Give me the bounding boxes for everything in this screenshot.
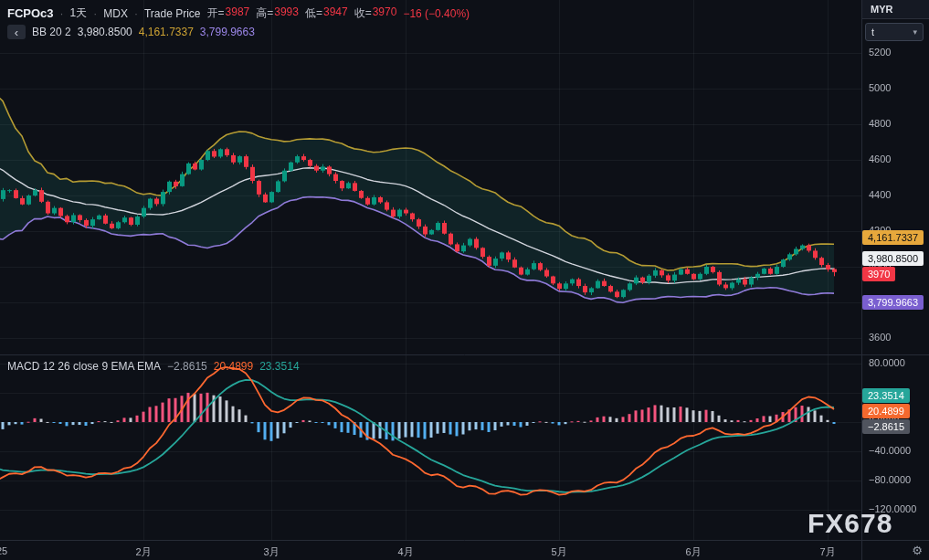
last-price-badge: 3970 [862, 267, 895, 281]
time-label-2月: 2月 [135, 545, 151, 559]
series-type-label: Trade Price [144, 7, 201, 20]
bb-basis-badge: 3,980.8500 [862, 251, 924, 266]
back-button[interactable]: ‹ [7, 25, 26, 39]
time-label-4月: 4月 [397, 545, 413, 559]
price-tick-4400: 4400 [869, 189, 891, 200]
macd-signal-value: 23.3514 [259, 360, 299, 373]
macd-line-badge: 20.4899 [862, 404, 910, 418]
separator-dot: · [60, 7, 64, 20]
unit-dropdown[interactable]: t ▾ [865, 23, 924, 41]
unit-value: t [871, 26, 874, 37]
interval-label[interactable]: 1天 [70, 5, 88, 21]
price-tick-5000: 5000 [869, 82, 891, 93]
time-label-3月: 3月 [263, 545, 279, 559]
ohlc-close: 收=3970 [354, 5, 397, 21]
price-tick-4800: 4800 [869, 118, 891, 129]
macd-tick-80: 80.0000 [869, 357, 905, 368]
time-label-7月: 7月 [819, 545, 835, 559]
time-label-5月: 5月 [551, 545, 566, 559]
settings-gear-icon[interactable]: ⚙ [912, 544, 923, 557]
ohlc-high: 高=3993 [256, 5, 299, 21]
chart-canvas[interactable] [0, 0, 929, 560]
ohlc-low: 低=3947 [305, 5, 348, 21]
bb-indicator-title[interactable]: BB 20 2 [32, 26, 71, 38]
symbol-name[interactable]: FCPOc3 [7, 6, 54, 20]
back-arrow-icon: ‹ [15, 26, 18, 38]
trading-chart-app: FCPOc3 · 1天 · MDX · Trade Price 开=3987 高… [0, 0, 929, 560]
bb-basis-value: 3,980.8500 [78, 26, 132, 38]
change-value: −16 (−0.40%) [403, 7, 470, 20]
macd-tick--40: −40.0000 [869, 445, 911, 456]
price-tick-3600: 3600 [869, 332, 891, 343]
exchange-label[interactable]: MDX [103, 7, 128, 20]
symbol-legend-row: FCPOc3 · 1天 · MDX · Trade Price 开=3987 高… [7, 5, 470, 21]
chevron-down-icon: ▾ [913, 27, 917, 37]
currency-label[interactable]: MYR [862, 0, 929, 19]
price-axis[interactable]: MYR t ▾ 52005000480046004400420040003800… [862, 0, 929, 560]
macd-hist-badge: −2.8615 [862, 419, 910, 434]
separator-dot: · [93, 7, 97, 20]
macd-line-value: 20.4899 [214, 360, 253, 373]
bb-upper-value: 4,161.7337 [139, 26, 194, 38]
time-label-2025: 2025 [0, 545, 7, 556]
macd-legend-row: MACD 12 26 close 9 EMA EMA −2.8615 20.48… [7, 360, 300, 373]
bb-legend-row: ‹ BB 20 2 3,980.8500 4,161.7337 3,799.96… [7, 25, 255, 39]
macd-hist-value: −2.8615 [167, 360, 207, 373]
ohlc-open: 开=3987 [207, 5, 250, 21]
bb-lower-badge: 3,799.9663 [862, 295, 924, 310]
time-label-6月: 6月 [685, 545, 701, 559]
separator-dot: · [134, 7, 138, 20]
price-tick-5200: 5200 [869, 47, 891, 58]
price-tick-4600: 4600 [869, 153, 891, 164]
macd-signal-badge: 23.3514 [862, 388, 910, 403]
bb-lower-value: 3,799.9663 [200, 26, 255, 38]
macd-indicator-title[interactable]: MACD 12 26 close 9 EMA EMA [7, 360, 161, 373]
bb-upper-badge: 4,161.7337 [862, 230, 924, 245]
macd-tick--120: −120.0000 [869, 503, 916, 514]
macd-tick--80: −80.0000 [869, 474, 911, 485]
time-axis[interactable]: ⚙ 20252月3月4月5月6月7月 [0, 541, 929, 560]
